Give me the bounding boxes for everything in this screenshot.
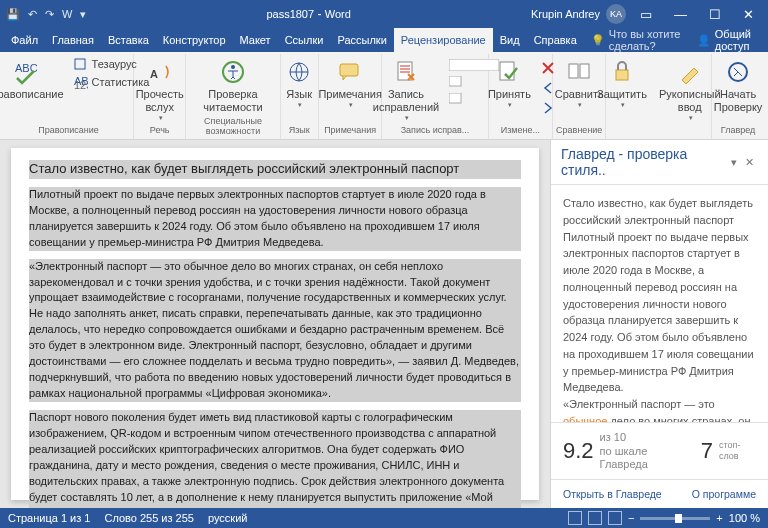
group-accessibility: Специальные возможности [192, 116, 273, 138]
tab-home[interactable]: Главная [45, 28, 101, 52]
para[interactable]: «Электронный паспорт — это обычное дело … [29, 259, 521, 402]
tab-view[interactable]: Вид [493, 28, 527, 52]
highlight[interactable]: обычное [563, 415, 607, 423]
panel-score: 9.2 из 10по шкале Главреда 7 стоп-слов [551, 422, 768, 479]
zoom-out-icon[interactable]: − [628, 512, 634, 524]
group-speech: Речь [150, 125, 170, 137]
svg-point-6 [231, 65, 235, 69]
tab-review[interactable]: Рецензирование [394, 28, 493, 52]
undo-icon[interactable]: ↶ [28, 8, 37, 21]
save-icon[interactable]: 💾 [6, 8, 20, 21]
svg-text:A: A [150, 68, 158, 80]
minimize-icon[interactable]: — [666, 7, 695, 22]
page[interactable]: Стало известно, как будет выглядеть росс… [11, 148, 539, 500]
status-words[interactable]: Слово 255 из 255 [104, 512, 194, 524]
language-button[interactable]: Язык [281, 56, 317, 112]
status-bar: Страница 1 из 1 Слово 255 из 255 русский… [0, 508, 768, 528]
para[interactable]: Паспорт нового поколения будет иметь вид… [29, 410, 521, 508]
close-icon[interactable]: ✕ [735, 7, 762, 22]
zoom-in-icon[interactable]: + [716, 512, 722, 524]
svg-rect-15 [580, 64, 589, 78]
maximize-icon[interactable]: ☐ [701, 7, 729, 22]
zoom-value[interactable]: 100 % [729, 512, 760, 524]
glavred-panel: Главред - проверка стиля.. ▾ ✕ Стало изв… [550, 140, 768, 508]
svg-rect-14 [569, 64, 578, 78]
ribbon: ABC Правописание Тезаурус ABC123Статисти… [0, 52, 768, 140]
panel-content: Стало известно, как будет выглядеть росс… [551, 185, 768, 422]
web-layout-icon[interactable] [608, 511, 622, 525]
group-protect [657, 125, 660, 137]
w-icon[interactable]: W [62, 8, 72, 20]
tab-insert[interactable]: Вставка [101, 28, 156, 52]
tab-mailings[interactable]: Рассылки [330, 28, 393, 52]
user-avatar[interactable]: KA [606, 4, 626, 24]
user-name[interactable]: Krupin Andrey [531, 8, 600, 20]
group-language: Язык [289, 125, 310, 137]
window-title: pass1807 - Word [86, 7, 531, 21]
group-spelling: Правописание [38, 125, 99, 137]
group-glavred: Главред [721, 125, 755, 137]
tell-me[interactable]: 💡Что вы хотите сделать? [584, 28, 697, 52]
group-tracking: Запись исправ... [401, 125, 470, 137]
redo-icon[interactable]: ↷ [45, 8, 54, 21]
tab-file[interactable]: Файл [4, 28, 45, 52]
title-bar: 💾 ↶ ↷ W ▾ pass1807 - Word Krupin Andrey … [0, 0, 768, 28]
accept-button[interactable]: Принять [484, 56, 535, 112]
para[interactable]: Стало известно, как будет выглядеть росс… [29, 160, 521, 179]
tab-help[interactable]: Справка [527, 28, 584, 52]
para[interactable]: Пилотный проект по выдаче первых электро… [29, 187, 521, 251]
panel-dropdown-icon[interactable]: ▾ [727, 156, 741, 169]
status-language[interactable]: русский [208, 512, 247, 524]
score-value: 9.2 [563, 438, 594, 464]
svg-text:123: 123 [74, 79, 88, 89]
tab-references[interactable]: Ссылки [278, 28, 331, 52]
menu-bar: Файл Главная Вставка Конструктор Макет С… [0, 28, 768, 52]
glavred-start-button[interactable]: Начать Проверку [710, 56, 767, 116]
zoom-slider[interactable] [640, 517, 710, 520]
svg-rect-1 [75, 59, 85, 69]
open-glavred-link[interactable]: Открыть в Главреде [563, 488, 662, 500]
read-mode-icon[interactable] [568, 511, 582, 525]
group-comments: Примечания [324, 125, 376, 137]
svg-rect-12 [449, 93, 461, 103]
tab-design[interactable]: Конструктор [156, 28, 233, 52]
qat-dropdown-icon[interactable]: ▾ [80, 8, 86, 21]
tab-layout[interactable]: Макет [233, 28, 278, 52]
group-compare: Сравнение [556, 125, 602, 137]
protect-button[interactable]: Защитить [593, 56, 651, 112]
panel-close-icon[interactable]: ✕ [741, 156, 758, 169]
track-changes-button[interactable]: Запись исправлений [369, 56, 443, 125]
stopwords-count: 7 [701, 438, 713, 464]
ribbon-options-icon[interactable]: ▭ [632, 7, 660, 22]
document-area[interactable]: Стало известно, как будет выглядеть росс… [0, 140, 550, 508]
svg-rect-16 [616, 70, 628, 80]
status-page[interactable]: Страница 1 из 1 [8, 512, 90, 524]
read-aloud-button[interactable]: A Прочесть вслух [132, 56, 188, 125]
svg-rect-8 [340, 64, 358, 76]
spelling-button[interactable]: ABC Правописание [0, 56, 68, 103]
print-layout-icon[interactable] [588, 511, 602, 525]
share-button[interactable]: 👤Общий доступ [697, 28, 762, 52]
accessibility-button[interactable]: Проверка читаемости [199, 56, 266, 116]
panel-title: Главред - проверка стиля.. [561, 146, 727, 178]
svg-rect-11 [449, 76, 461, 86]
group-changes: Измене... [501, 125, 540, 137]
about-link[interactable]: О программе [692, 488, 756, 500]
